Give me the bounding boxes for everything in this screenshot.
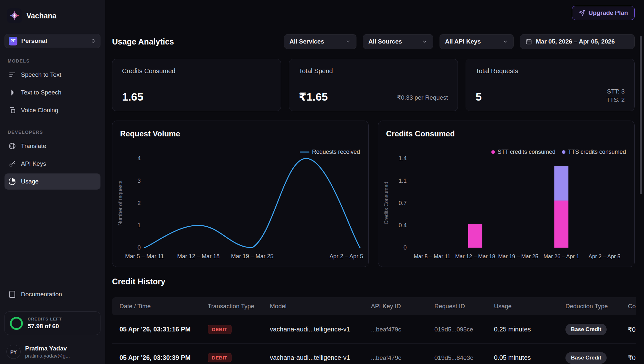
svg-text:3: 3 [137,178,141,184]
svg-text:Mar 19 – Mar 25: Mar 19 – Mar 25 [498,253,538,260]
credits-left-value: 57.98 of 60 [28,323,62,330]
user-profile[interactable]: PY Pratima Yadav pratima.yadav@g... [5,345,100,359]
cell-usage: 0.25 minutes [494,326,565,333]
svg-text:0: 0 [403,244,407,251]
avatar: PY [6,345,21,359]
debit-badge: DEBIT [208,353,232,362]
brand: Vachana [7,8,98,23]
stat-value: 5 [476,91,482,103]
speech-to-text-icon [8,71,16,79]
table-row: 05 Apr '26, 03:30:39 PM DEBIT vachana-au… [112,344,636,364]
workspace-selector[interactable]: PE Personal [5,34,100,48]
table-row: 05 Apr '26, 03:31:16 PM DEBIT vachana-au… [112,315,636,344]
chevrons-up-down-icon [90,38,96,44]
svg-text:1.1: 1.1 [399,178,407,184]
cell-request-id: 019d5...84e3c [434,354,494,361]
request-breakdown: STT: 3 TTS: 2 [606,87,625,104]
credits-left-box: CREDITS LEFT 57.98 of 60 [5,311,100,335]
request-volume-chart-card: Request Volume Requests received 01234Ma… [112,121,369,267]
credits-consumed-chart-card: Credits Consumed STT credits consumed TT… [378,121,635,267]
pie-chart-icon [8,178,16,185]
cell-date-time: 05 Apr '26, 03:31:16 PM [119,326,208,333]
debit-badge: DEBIT [208,325,232,334]
app-screen: Vachana PE Personal MODELS Speech to Tex… [0,0,644,364]
date-range-picker[interactable]: Mar 05, 2026 – Apr 05, 2026 [520,34,635,49]
stat-label: Total Spend [299,67,448,75]
sidebar-item-text-to-speech[interactable]: Text to Speech [5,84,100,101]
chevron-down-icon [422,39,428,44]
models-section-label: MODELS [8,58,97,64]
send-icon [579,10,585,16]
text-to-speech-icon [8,89,16,96]
svg-text:1: 1 [137,222,141,229]
stat-label: Total Requests [476,67,625,75]
svg-text:Credits Consumed: Credits Consumed [384,182,389,224]
credits-left-label: CREDITS LEFT [28,317,62,321]
svg-text:Mar 12 – Mar 18: Mar 12 – Mar 18 [455,253,495,260]
all-services-dropdown[interactable]: All Services [284,34,356,49]
topbar: Upgrade Plan [112,0,635,20]
developers-section-label: DEVELOPERS [8,130,97,135]
cell-deduction-type: Base Credit [565,324,628,335]
all-api-keys-dropdown[interactable]: All API Keys [440,34,514,49]
sidebar-item-api-keys[interactable]: API Keys [5,156,100,172]
stat-value: 1.65 [122,91,143,103]
total-spend-card: Total Spend ₹1.65 ₹0.33 per Request [289,59,458,111]
svg-text:Mar 26 – Apr 1: Mar 26 – Apr 1 [544,253,579,260]
cell-model: vachana-audi...telligence-v1 [270,354,371,361]
page-title: Usage Analytics [112,37,174,46]
key-icon [8,160,16,168]
upgrade-plan-label: Upgrade Plan [589,9,628,16]
cell-transaction-type: DEBIT [208,325,270,334]
cell-usage: 0.05 minutes [494,354,565,361]
stat-value: ₹1.65 [299,90,328,103]
svg-text:2: 2 [137,200,141,206]
chevron-down-icon [502,39,508,44]
sidebar-item-usage[interactable]: Usage [5,173,100,190]
translate-icon [8,142,16,150]
calendar-icon [526,38,532,45]
sidebar-item-speech-to-text[interactable]: Speech to Text [5,67,100,83]
voice-cloning-icon [8,106,16,114]
sidebar-item-translate[interactable]: Translate [5,138,100,154]
sidebar: Vachana PE Personal MODELS Speech to Tex… [0,0,105,364]
chevron-down-icon [345,39,351,44]
workspace-badge: PE [9,37,17,45]
credit-history-title: Credit History [112,277,635,286]
base-credit-pill: Base Credit [565,352,607,364]
svg-text:Mar 5 – Mar 11: Mar 5 – Mar 11 [414,253,450,260]
per-request-cost: ₹0.33 per Request [397,94,448,101]
book-icon [8,290,16,298]
svg-text:Apr 2 – Apr 5: Apr 2 – Apr 5 [589,253,620,260]
sidebar-item-voice-cloning[interactable]: Voice Cloning [5,102,100,118]
svg-text:Mar 5 – Mar 11: Mar 5 – Mar 11 [125,253,164,260]
analytics-header: Usage Analytics All Services All Sources… [112,34,635,49]
svg-text:Mar 19 – Mar 25: Mar 19 – Mar 25 [231,253,274,260]
cell-date-time: 05 Apr '26, 03:30:39 PM [119,354,208,361]
svg-text:0.7: 0.7 [399,200,407,206]
user-email: pratima.yadav@g... [25,353,70,359]
base-credit-pill: Base Credit [565,324,607,335]
svg-text:0.4: 0.4 [399,222,407,229]
cell-model: vachana-audi...telligence-v1 [270,326,371,333]
user-name: Pratima Yadav [25,345,70,352]
cell-deduction-type: Base Credit [565,352,628,364]
cell-api-key-id: ...beaf479c [371,354,434,361]
cell-cost: ₹0 [628,326,636,333]
vachana-logo-icon [7,8,22,23]
credits-consumed-bar-chart: 00.40.71.11.4Mar 5 – Mar 11Mar 12 – Mar … [378,121,634,267]
upgrade-plan-button[interactable]: Upgrade Plan [572,6,635,20]
sidebar-spacer [5,191,100,286]
cell-transaction-type: DEBIT [208,353,270,362]
cell-cost: ₹0 [628,354,636,362]
workspace-name: Personal [21,37,47,44]
brand-name: Vachana [26,12,56,20]
credit-ring-icon [10,317,23,330]
cell-api-key-id: ...beaf479c [371,326,434,333]
all-sources-dropdown[interactable]: All Sources [363,34,433,49]
svg-text:4: 4 [137,155,141,162]
scrollbar-thumb[interactable] [640,36,642,194]
svg-text:Mar 12 – Mar 18: Mar 12 – Mar 18 [177,253,220,260]
total-requests-card: Total Requests 5 STT: 3 TTS: 2 [466,59,635,111]
sidebar-item-documentation[interactable]: Documentation [5,286,100,302]
